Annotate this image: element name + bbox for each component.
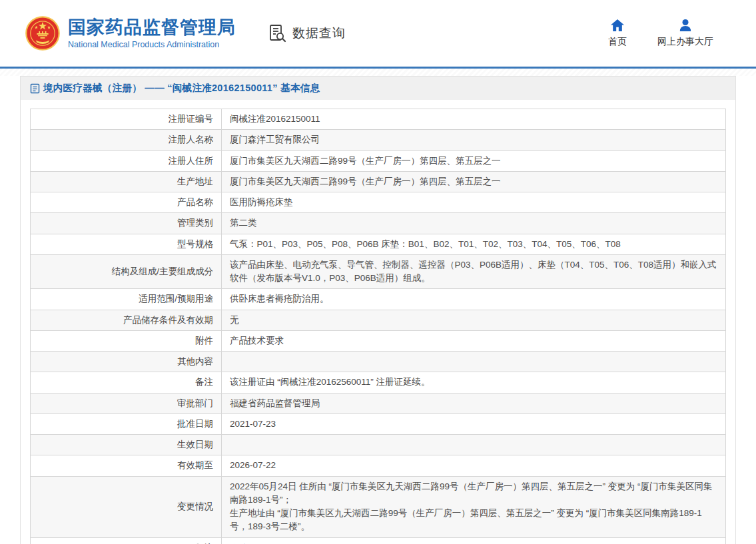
table-row: 管理类别第二类 <box>31 213 726 234</box>
field-value-cell: 产品技术要求 <box>222 330 726 351</box>
field-value: 厦门市集美区九天湖西二路99号（生产厂房一）第四层、第五层之一 <box>230 156 501 166</box>
field-label: 备注 <box>195 376 213 389</box>
field-label-cell: 批准日期 <box>31 413 222 434</box>
field-value: 第二类 <box>230 218 257 228</box>
field-label-cell: 其他内容 <box>31 352 222 372</box>
field-value-cell: 第二类 <box>222 213 726 234</box>
field-label: 注册证编号 <box>169 113 214 126</box>
site-title-cn: 国家药品监督管理局 <box>68 17 236 38</box>
home-icon <box>610 19 625 32</box>
document-icon <box>30 83 40 94</box>
field-label-cell: 管理类别 <box>31 213 222 234</box>
data-query-section[interactable]: 数据查询 <box>268 23 346 43</box>
field-value-cell: 厦门市集美区九天湖西二路99号（生产厂房一）第四层、第五层之一 <box>222 171 726 192</box>
table-row: 变更情况2022年05月24日 住所由 “厦门市集美区九天湖西二路99号（生产厂… <box>31 476 726 537</box>
table-row: 附件产品技术要求 <box>31 330 726 351</box>
field-value-cell: 供卧床患者褥疮防治用。 <box>222 289 726 310</box>
field-label-cell: 变更情况 <box>31 476 222 537</box>
data-query-icon <box>268 23 288 43</box>
field-value: 供卧床患者褥疮防治用。 <box>230 294 329 304</box>
field-label: 生效日期 <box>177 438 213 451</box>
table-row: 产品储存条件及有效期无 <box>31 310 726 330</box>
user-icon <box>678 19 693 32</box>
national-emblem-icon <box>25 16 60 51</box>
table-row: 适用范围/预期用途供卧床患者褥疮防治用。 <box>31 289 726 310</box>
field-value-cell: 2026-07-22 <box>222 455 726 476</box>
field-value: 福建省药品监督管理局 <box>230 398 320 408</box>
field-value: 医用防褥疮床垫 <box>230 197 293 207</box>
table-row: 结构及组成/主要组成成分该产品由床垫、电动充气泵、导气管、控制器、遥控器（P03… <box>31 254 726 289</box>
table-row: 生效日期 <box>31 435 726 455</box>
field-value-cell: 该产品由床垫、电动充气泵、导气管、控制器、遥控器（P03、P06B适用）、床垫（… <box>222 254 726 289</box>
field-label: 附件 <box>195 334 213 348</box>
field-value-cell: 该注册证由 “闽械注准20162560011” 注册证延续。 <box>222 372 726 393</box>
field-label: 生产地址 <box>177 175 213 188</box>
field-value-cell: 无 <box>222 310 726 330</box>
field-value-cell: 福建省药品监督管理局 <box>222 393 726 413</box>
field-label: 注册人名称 <box>169 133 214 146</box>
table-row: 审批部门福建省药品监督管理局 <box>31 393 726 413</box>
info-table-body: 注册证编号闽械注准20162150011注册人名称厦门森洋工贸有限公司注册人住所… <box>31 109 726 544</box>
table-wrap: 注册证编号闽械注准20162150011注册人名称厦门森洋工贸有限公司注册人住所… <box>21 100 735 544</box>
field-label: 管理类别 <box>177 216 213 230</box>
content-card: 境内医疗器械（注册） —— “闽械注准20162150011” 基本信息 注册证… <box>20 76 736 544</box>
nav-label-service-hall: 网上办事大厅 <box>657 36 713 48</box>
field-label: 批准日期 <box>177 417 213 431</box>
field-label-cell: 附件 <box>31 330 222 351</box>
nav-item-service-hall[interactable]: 网上办事大厅 <box>657 19 713 48</box>
field-value-cell <box>222 352 726 372</box>
field-label-cell: 注册人名称 <box>31 130 222 150</box>
field-label-cell: 结构及组成/主要组成成分 <box>31 254 222 289</box>
field-label: 审批部门 <box>177 397 213 410</box>
nav-label-home: 首页 <box>608 36 627 48</box>
field-value: 该注册证由 “闽械注准20162560011” 注册证延续。 <box>230 377 430 387</box>
page: 国家药品监督管理局 National Medical Products Admi… <box>0 0 756 544</box>
table-row: 备注该注册证由 “闽械注准20162560011” 注册证延续。 <box>31 372 726 393</box>
field-label-cell: 注册证编号 <box>31 109 222 130</box>
table-row: 注册人名称厦门森洋工贸有限公司 <box>31 130 726 150</box>
field-label: 变更情况 <box>177 500 213 513</box>
field-label-cell: 审批部门 <box>31 393 222 413</box>
field-label-cell: 适用范围/预期用途 <box>31 289 222 310</box>
site-logo[interactable]: 国家药品监督管理局 National Medical Products Admi… <box>25 16 236 51</box>
table-row: 有效期至2026-07-22 <box>31 455 726 476</box>
table-row: 其他内容 <box>31 352 726 372</box>
field-label: 注册人住所 <box>169 154 214 168</box>
field-label: 产品名称 <box>177 196 213 209</box>
field-value: 产品技术要求 <box>230 336 284 346</box>
field-label-cell: 生效日期 <box>31 435 222 455</box>
data-query-label: 数据查询 <box>292 25 346 42</box>
site-header: 国家药品监督管理局 National Medical Products Admi… <box>0 0 756 67</box>
breadcrumb: 境内医疗器械（注册） —— “闽械注准20162150011” 基本信息 <box>21 77 735 100</box>
field-value-cell: 气泵：P01、P03、P05、P08、P06B 床垫：B01、B02、T01、T… <box>222 234 726 254</box>
field-value: 厦门森洋工贸有限公司 <box>230 135 320 144</box>
table-row: 注详情 <box>31 537 726 544</box>
table-row: 型号规格气泵：P01、P03、P05、P08、P06B 床垫：B01、B02、T… <box>31 234 726 254</box>
field-value: 2021-07-23 <box>230 419 276 429</box>
field-label: 产品储存条件及有效期 <box>123 314 213 327</box>
table-row: 生产地址厦门市集美区九天湖西二路99号（生产厂房一）第四层、第五层之一 <box>31 171 726 192</box>
field-value-cell: 医用防褥疮床垫 <box>222 192 726 213</box>
field-value: 该产品由床垫、电动充气泵、导气管、控制器、遥控器（P03、P06B适用）、床垫（… <box>230 260 717 283</box>
field-label: 型号规格 <box>177 238 213 251</box>
table-row: 注册证编号闽械注准20162150011 <box>31 109 726 130</box>
site-title-block: 国家药品监督管理局 National Medical Products Admi… <box>68 17 236 49</box>
field-label-cell: 注 <box>31 537 222 544</box>
field-label: 注 <box>204 541 214 544</box>
field-label-cell: 生产地址 <box>31 171 222 192</box>
field-value: 气泵：P01、P03、P05、P08、P06B 床垫：B01、B02、T01、T… <box>230 239 621 249</box>
field-value-cell: 2021-07-23 <box>222 413 726 434</box>
field-value-cell: 2022年05月24日 住所由 “厦门市集美区九天湖西二路99号（生产厂房一）第… <box>222 476 726 537</box>
field-label-cell: 注册人住所 <box>31 150 222 171</box>
field-value: 2022年05月24日 住所由 “厦门市集美区九天湖西二路99号（生产厂房一）第… <box>230 481 713 532</box>
field-value: 闽械注准20162150011 <box>230 114 320 124</box>
site-title-en: National Medical Products Administration <box>68 40 236 49</box>
field-label-cell: 备注 <box>31 372 222 393</box>
field-value: 无 <box>230 315 239 325</box>
field-label-cell: 型号规格 <box>31 234 222 254</box>
field-label: 结构及组成/主要组成成分 <box>112 265 213 278</box>
field-label-cell: 产品名称 <box>31 192 222 213</box>
field-label: 适用范围/预期用途 <box>139 292 213 306</box>
nav-item-home[interactable]: 首页 <box>608 19 627 48</box>
field-label-cell: 产品储存条件及有效期 <box>31 310 222 330</box>
